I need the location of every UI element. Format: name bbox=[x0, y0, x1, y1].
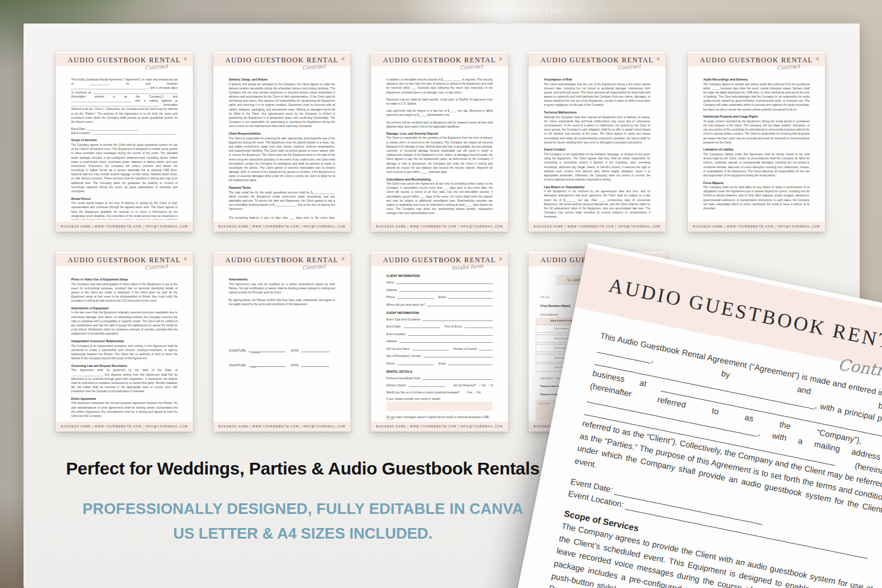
section-heading: Technical Malfunctions bbox=[544, 111, 650, 114]
page-body: Delivery, Setup, and Return If delivery … bbox=[229, 78, 335, 220]
crest-icon: ❖ bbox=[499, 56, 503, 62]
page-footer: BUSINESS NAME | WWW.YOURWEBSITE.COM | IN… bbox=[371, 222, 508, 232]
section-heading: Scope of Services bbox=[71, 138, 178, 142]
page-footer: BUSINESS NAME | WWW.YOURWEBSITE.COM | IN… bbox=[371, 422, 508, 432]
page-header: AUDIO GUESTBOOK RENTAL ❖ Contract bbox=[56, 53, 193, 66]
crest-icon: ❖ bbox=[341, 256, 345, 262]
field-label: Set Up time frame: bbox=[386, 348, 410, 350]
page-body: Assumption of Risk The Client acknowledg… bbox=[544, 78, 650, 220]
crest-icon: ❖ bbox=[341, 56, 345, 62]
page-footer: BUSINESS NAME | WWW.YOURWEBSITE.COM | IN… bbox=[213, 422, 350, 432]
field-line bbox=[397, 295, 434, 299]
listing-image: © BizTemplateForYou AUDIO GUESTBOOK RENT… bbox=[0, 0, 882, 588]
page-body: Amendments This Agreement may only be mo… bbox=[229, 278, 335, 420]
form-section-heading: CLIENT INFORMATION: bbox=[386, 274, 493, 278]
form-section-heading: EVENT INFORMATION: bbox=[386, 311, 493, 315]
section-body: This Agreement may only be modified by a… bbox=[229, 282, 335, 295]
paragraph: No services will be rendered and no Equi… bbox=[386, 121, 493, 129]
contract-script-label: Contract bbox=[145, 263, 169, 271]
paragraph: Late payments may be subject to a late f… bbox=[386, 109, 493, 117]
page-title: AUDIO GUESTBOOK RENTAL bbox=[371, 53, 508, 67]
section-heading: Limitation of Liability bbox=[703, 148, 810, 151]
crest-icon: ❖ bbox=[816, 56, 820, 62]
section-body: The total rental fee for the audio guest… bbox=[229, 191, 335, 220]
section-heading: Payment Terms bbox=[229, 186, 335, 189]
page-body: CLIENT INFORMATION: Name: Address: Phone… bbox=[386, 274, 493, 420]
date-label: DATE: bbox=[291, 363, 299, 367]
section-heading: Damage, Loss, and Security Deposit bbox=[386, 132, 493, 135]
field-line bbox=[399, 288, 493, 292]
section-body: Although the Company tests and inspects … bbox=[544, 115, 650, 145]
field-label: Preferred Guestbook Style: bbox=[386, 377, 421, 380]
section-heading: Late Return or Unavailability bbox=[544, 185, 650, 189]
crest-icon: ❖ bbox=[656, 56, 660, 62]
field-label: Address: bbox=[386, 289, 397, 292]
section-body: This document constitutes the full and c… bbox=[71, 401, 178, 418]
form-row: Event Location: bbox=[386, 332, 493, 336]
field-label: Event Location: bbox=[386, 333, 406, 336]
page-header: AUDIO GUESTBOOK RENTAL ❖ Contract bbox=[56, 253, 193, 266]
section-body: The Company is an independent contractor… bbox=[71, 344, 178, 361]
marketing-subline-2: US LETTER & A4 SIZES INCLUDED. bbox=[24, 524, 582, 543]
section-body: The Client may cancel the Agreement at a… bbox=[386, 182, 493, 216]
form-row: Name: bbox=[386, 280, 493, 284]
crest-icon: ❖ bbox=[183, 256, 188, 262]
field-line bbox=[448, 295, 493, 299]
section-heading: Photo or Video Use of Equipment Setup bbox=[71, 278, 178, 281]
field-line bbox=[423, 318, 493, 321]
contract-script-label: Contract bbox=[460, 64, 484, 71]
form-row: Day of Emergency Contact: bbox=[386, 354, 493, 358]
paragraph: Payments may be made by bank transfer, c… bbox=[386, 98, 493, 106]
section-heading: Assumption of Risk bbox=[544, 78, 650, 81]
field-label: Day of Emergency Contact: bbox=[386, 355, 422, 358]
field-line bbox=[399, 339, 493, 343]
contract-script-label: Contract bbox=[777, 64, 801, 71]
section-heading: Amendments bbox=[229, 278, 335, 281]
field-label: Time of Event: bbox=[445, 325, 463, 328]
contract-page-6: AUDIO GUESTBOOK RENTAL ❖ Contract Photo … bbox=[56, 252, 193, 432]
field-line bbox=[408, 332, 493, 336]
page-header: AUDIO GUESTBOOK RENTAL ❖ Contract bbox=[688, 53, 825, 66]
signer-caption: Company bbox=[250, 352, 260, 354]
field-label: Where did you hear about us? bbox=[386, 303, 425, 306]
signature-row-client: SIGNATURE: Client DATE: bbox=[229, 363, 335, 367]
section-heading: Substitution of Equipment bbox=[71, 306, 178, 310]
section-body: This Agreement shall be governed by the … bbox=[71, 368, 178, 393]
signature-label: SIGNATURE: bbox=[229, 363, 246, 367]
page-body: Photo or Video Use of Equipment Setup Th… bbox=[71, 278, 178, 420]
section-body: The Client is responsible for the condit… bbox=[386, 136, 493, 174]
page-header: AUDIO GUESTBOOK RENTAL ❖ Contract bbox=[213, 53, 350, 66]
page-body: This Audio Guestbook Rental Agreement (“… bbox=[71, 78, 178, 220]
contract-script-label: Contract bbox=[302, 263, 326, 271]
field-line bbox=[409, 383, 445, 387]
field-line bbox=[427, 303, 493, 306]
field-label: Address: bbox=[386, 340, 397, 343]
event-fields: Event Date: ____________________________… bbox=[71, 127, 178, 135]
section-body: The Company shall not be held liable for… bbox=[703, 185, 810, 211]
section-heading: Intellectual Property and Usage Rights bbox=[703, 115, 810, 118]
form-row: Phone:Email: bbox=[386, 295, 493, 299]
section-body: The Client acknowledges that the use of … bbox=[544, 82, 650, 108]
script-details-box bbox=[386, 402, 493, 411]
signature-line: Company bbox=[249, 348, 285, 352]
form-section-heading: RENTAL DETAILS: bbox=[386, 370, 493, 373]
form-row: Event Type and Occassion: bbox=[386, 318, 493, 321]
field-label: Event Type and Occassion: bbox=[386, 318, 421, 321]
contract-page-7: AUDIO GUESTBOOK RENTAL ❖ Contract Amendm… bbox=[213, 252, 350, 432]
page-footer: BUSINESS NAME | WWW.YOURWEBSITE.COM | IN… bbox=[529, 222, 666, 232]
section-heading: Force Majeure bbox=[703, 181, 810, 185]
field-line bbox=[423, 354, 493, 358]
field-label: Email: bbox=[439, 362, 447, 365]
field-line bbox=[403, 325, 440, 328]
field-line bbox=[412, 347, 449, 350]
field-line bbox=[448, 362, 493, 365]
page-footer: BUSINESS NAME | WWW.YOURWEBSITE.COM | IN… bbox=[213, 222, 350, 232]
contract-script-label: Contract bbox=[617, 64, 642, 71]
section-body: The Company may take photographs or shor… bbox=[71, 282, 178, 303]
date-line bbox=[302, 363, 329, 367]
section-body: The Company’s liability under this Agree… bbox=[703, 152, 810, 178]
form-row: Event Date:Time of Event: bbox=[386, 325, 493, 328]
contract-page-4: AUDIO GUESTBOOK RENTAL ❖ Contract Assump… bbox=[529, 52, 666, 232]
section-heading: Audio Recordings and Delivery bbox=[703, 78, 810, 81]
form-row: Set Up time frame:Number of Guests: bbox=[386, 347, 493, 350]
